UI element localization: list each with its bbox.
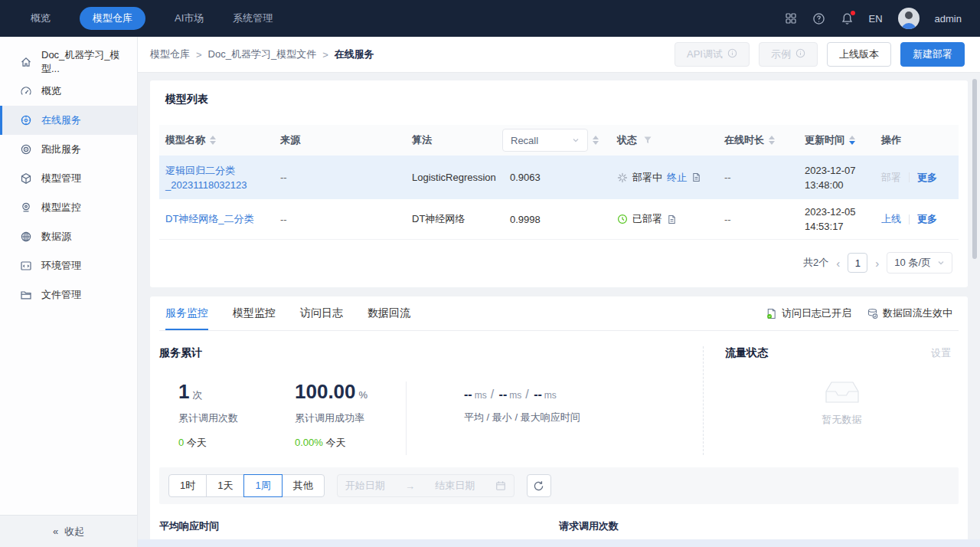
algorithm-cell: DT神经网络 [406, 212, 496, 226]
online-version-label: 上线版本 [839, 47, 879, 61]
stat-total-calls: 1次 累计调用次数 0 今天 [178, 380, 295, 455]
bottom-cutoff-band [138, 539, 980, 547]
filter-funnel-icon[interactable] [643, 136, 652, 145]
refresh-button[interactable] [527, 474, 551, 497]
folder-icon [20, 289, 32, 301]
more-action[interactable]: 更多 [917, 212, 937, 226]
sidebar-item-label: Doc_机器学习_模型... [41, 48, 137, 76]
table-row[interactable]: 逻辑回归二分类 _20231118032123 -- LogisticRegre… [159, 156, 959, 199]
database-check-icon [867, 308, 878, 319]
model-name-link[interactable]: DT神经网络_二分类 [165, 212, 254, 226]
metric-select[interactable]: Recall [502, 129, 588, 152]
access-log-enabled-badge: 访问日志已开启 [766, 306, 851, 320]
sidebar-collapse-button[interactable]: « 收起 [0, 515, 137, 547]
next-page-icon[interactable]: › [875, 257, 879, 269]
page-size-select[interactable]: 10 条/页 [887, 252, 952, 274]
chart-title: 请求调用次数 [559, 519, 959, 533]
range-other-button[interactable]: 其他 [282, 474, 325, 497]
main-area: 模型仓库 > Doc_机器学习_模型文件 > 在线服务 API调试 示例 上线版… [138, 37, 980, 547]
document-icon[interactable] [691, 172, 701, 182]
sidebar-item-model-monitor[interactable]: 模型监控 [0, 193, 137, 222]
doc-check-icon [766, 308, 777, 319]
monitor-card: 服务监控 模型监控 访问日志 数据回流 访问日志已开启 [150, 296, 968, 547]
nav-item-system-admin[interactable]: 系统管理 [233, 11, 273, 25]
new-deploy-label: 新建部署 [913, 47, 952, 61]
date-range-picker[interactable]: 开始日期 → 结束日期 [337, 474, 514, 497]
new-deploy-button[interactable]: 新建部署 [900, 42, 965, 67]
apps-grid-icon[interactable] [785, 12, 797, 25]
page-size-value: 10 条/页 [894, 256, 931, 270]
calendar-icon [495, 480, 506, 491]
go-online-action[interactable]: 上线 [881, 212, 901, 226]
page-number-button[interactable]: 1 [848, 253, 867, 273]
api-debug-label: API调试 [687, 47, 723, 61]
metric-cell: 0.9063 [496, 172, 611, 183]
prev-page-icon[interactable]: ‹ [836, 257, 840, 269]
tab-model-monitor[interactable]: 模型监控 [233, 296, 276, 330]
breadcrumb-model-repo[interactable]: 模型仓库 [150, 47, 190, 61]
breadcrumb-bar: 模型仓库 > Doc_机器学习_模型文件 > 在线服务 API调试 示例 上线版… [138, 37, 980, 73]
breadcrumb-project[interactable]: Doc_机器学习_模型文件 [208, 47, 317, 61]
range-1h-button[interactable]: 1时 [168, 474, 207, 497]
table-header: 模型名称 来源 算法 Recall 状态 [159, 125, 959, 156]
sort-icon[interactable] [210, 136, 216, 145]
status-text: 部署中 [632, 171, 662, 185]
end-date-placeholder: 结束日期 [435, 479, 475, 493]
deploy-action-disabled[interactable]: 部署 [881, 171, 901, 185]
top-navbar: 概览 模型仓库 AI市场 系统管理 EN admin [0, 0, 980, 37]
cube-icon [20, 172, 32, 185]
username-label[interactable]: admin [935, 13, 962, 25]
sidebar-item-project[interactable]: Doc_机器学习_模型... [0, 47, 137, 77]
breadcrumb: 模型仓库 > Doc_机器学习_模型文件 > 在线服务 [150, 47, 374, 61]
document-icon[interactable] [667, 215, 677, 224]
source-cell: -- [274, 214, 406, 225]
vertical-scrollbar[interactable] [972, 79, 977, 259]
pagination: 共2个 ‹ 1 › 10 条/页 [165, 252, 952, 274]
sort-icon[interactable] [593, 136, 599, 145]
sidebar-item-batch-service[interactable]: 跑批服务 [0, 135, 137, 164]
notifications-bell-icon[interactable] [841, 12, 854, 25]
sort-icon-active-desc[interactable] [849, 136, 855, 145]
sidebar-item-online-service[interactable]: 在线服务 [0, 106, 137, 135]
example-label: 示例 [771, 47, 791, 61]
deploying-spinner-icon [617, 172, 628, 183]
col-model-name: 模型名称 [165, 133, 205, 147]
api-debug-button[interactable]: API调试 [675, 42, 750, 67]
tab-access-log[interactable]: 访问日志 [300, 296, 343, 330]
sidebar-item-label: 概览 [41, 84, 61, 98]
nav-item-ai-market[interactable]: AI市场 [175, 11, 204, 25]
example-button[interactable]: 示例 [759, 42, 818, 67]
sidebar-item-file-mgmt[interactable]: 文件管理 [0, 280, 137, 310]
online-version-button[interactable]: 上线版本 [827, 42, 891, 67]
terminate-link[interactable]: 终止 [667, 171, 687, 185]
sidebar-item-env-mgmt[interactable]: 环境管理 [0, 251, 137, 280]
sidebar-item-data-source[interactable]: 数据源 [0, 222, 137, 251]
more-action[interactable]: 更多 [917, 171, 937, 185]
sidebar-item-label: 数据源 [41, 230, 71, 244]
tab-service-monitor[interactable]: 服务监控 [165, 296, 208, 330]
range-1d-button[interactable]: 1天 [206, 474, 244, 497]
sidebar-item-model-mgmt[interactable]: 模型管理 [0, 164, 137, 193]
nav-item-overview[interactable]: 概览 [31, 11, 51, 25]
empty-inbox-icon [825, 377, 860, 407]
data-source-icon [20, 231, 32, 243]
sidebar-item-label: 文件管理 [41, 288, 81, 302]
info-icon [727, 48, 737, 61]
help-icon[interactable] [812, 12, 825, 25]
user-avatar[interactable] [898, 8, 920, 29]
col-online-duration: 在线时长 [724, 133, 764, 147]
batch-service-icon [20, 143, 32, 156]
traffic-setting-link[interactable]: 设置 [931, 346, 951, 360]
range-1w-button[interactable]: 1周 [243, 474, 282, 497]
sort-icon[interactable] [769, 136, 775, 145]
action-divider [909, 172, 910, 182]
sidebar-item-overview[interactable]: 概览 [0, 77, 137, 106]
table-row[interactable]: DT神经网络_二分类 -- DT神经网络 0.9998 已部署 [159, 199, 959, 240]
time-range-group: 1时 1天 1周 其他 [168, 474, 325, 497]
service-summary-title: 服务累计 [159, 346, 703, 360]
model-name-link[interactable]: 逻辑回归二分类 _20231118032123 [165, 163, 247, 192]
language-switch[interactable]: EN [869, 13, 883, 25]
nav-item-model-repo[interactable]: 模型仓库 [80, 7, 145, 30]
badge-label: 访问日志已开启 [782, 306, 851, 320]
tab-data-reflow[interactable]: 数据回流 [368, 296, 410, 330]
